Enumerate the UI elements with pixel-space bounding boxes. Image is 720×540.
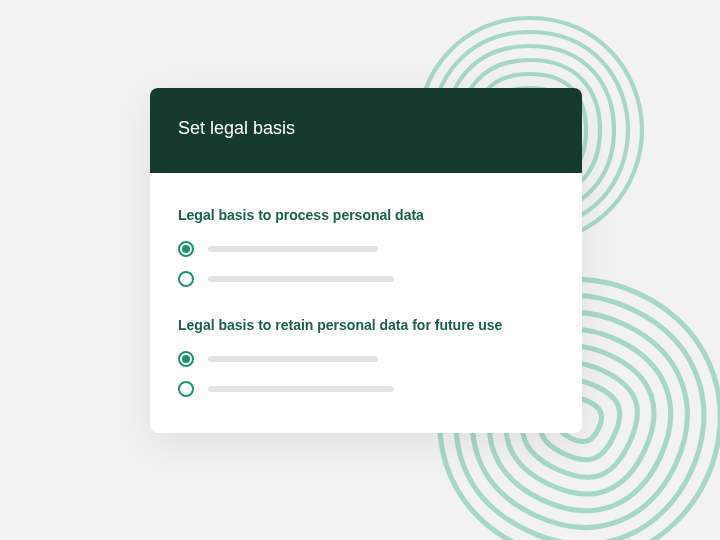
section-title: Legal basis to process personal data (178, 207, 554, 223)
section-process-data: Legal basis to process personal data (178, 207, 554, 287)
radio-unselected[interactable] (178, 271, 194, 287)
option-label-placeholder (208, 276, 394, 282)
card-body: Legal basis to process personal data Leg… (150, 173, 582, 433)
section-retain-data: Legal basis to retain personal data for … (178, 317, 554, 397)
option-label-placeholder (208, 246, 378, 252)
option-label-placeholder (208, 356, 378, 362)
radio-selected[interactable] (178, 241, 194, 257)
option-row[interactable] (178, 241, 554, 257)
radio-unselected[interactable] (178, 381, 194, 397)
card-title: Set legal basis (178, 118, 295, 138)
option-label-placeholder (208, 386, 394, 392)
option-row[interactable] (178, 351, 554, 367)
section-title: Legal basis to retain personal data for … (178, 317, 554, 333)
option-row[interactable] (178, 271, 554, 287)
option-row[interactable] (178, 381, 554, 397)
card-header: Set legal basis (150, 88, 582, 173)
legal-basis-card: Set legal basis Legal basis to process p… (150, 88, 582, 433)
radio-selected[interactable] (178, 351, 194, 367)
